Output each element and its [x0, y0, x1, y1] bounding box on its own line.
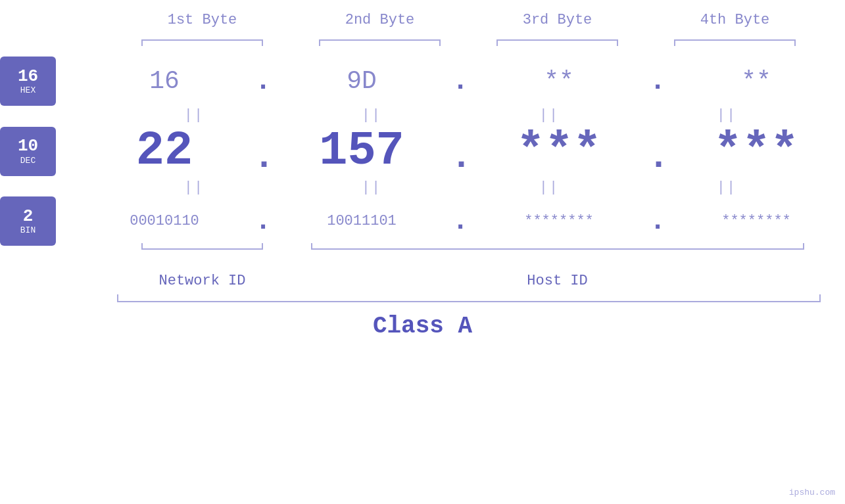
- bottom-bracket-host: [291, 248, 824, 259]
- equals1-b1: ||: [105, 107, 283, 124]
- watermark: ipshu.com: [789, 488, 835, 497]
- bracket-byte2: [291, 35, 469, 45]
- equals2-b3: ||: [460, 179, 638, 196]
- hex-byte4-cell: **: [667, 67, 845, 95]
- byte2-header: 2nd Byte: [291, 12, 469, 28]
- byte-headers: 1st Byte 2nd Byte 3rd Byte 4th Byte: [0, 0, 845, 34]
- dec-byte1-value: 22: [76, 124, 253, 178]
- dec-dot3: .: [648, 137, 667, 178]
- bin-byte4-value: ********: [667, 213, 845, 229]
- bin-dot3: .: [648, 206, 667, 237]
- class-label-row: Class A: [0, 313, 845, 340]
- network-id-label: Network ID: [114, 273, 291, 289]
- bottom-bracket-net: [114, 248, 291, 259]
- bin-byte1-cell: 00010110: [76, 213, 253, 229]
- hex-badge-type: HEX: [20, 85, 36, 95]
- bin-dot1: .: [253, 206, 273, 237]
- main-container: 1st Byte 2nd Byte 3rd Byte 4th Byte 16 H…: [0, 0, 845, 504]
- dec-badge-type: DEC: [20, 156, 36, 166]
- bin-dot2: .: [450, 206, 470, 237]
- hex-badge: 16 HEX: [0, 57, 56, 106]
- equals-row-1: || || || ||: [0, 106, 845, 124]
- bin-byte1-value: 00010110: [76, 213, 253, 229]
- bracket-byte3: [469, 35, 646, 45]
- byte1-header: 1st Byte: [114, 12, 291, 28]
- dec-byte4-cell: ***: [667, 124, 845, 178]
- bin-badge: 2 BIN: [0, 196, 56, 246]
- labels-row: Network ID Host ID: [0, 266, 845, 296]
- class-label: Class A: [373, 313, 472, 340]
- dec-byte2-value: 157: [273, 124, 450, 178]
- dec-byte3-value: ***: [470, 124, 648, 178]
- hex-badge-num: 16: [18, 67, 38, 86]
- equals1-b4: ||: [638, 107, 815, 124]
- hex-row: 16 HEX 16 . 9D . ** . **: [0, 57, 845, 106]
- dec-dot2: .: [450, 137, 470, 178]
- dec-badge-num: 10: [18, 137, 38, 156]
- host-id-label: Host ID: [291, 273, 824, 289]
- bottom-bracket-row: [0, 248, 845, 265]
- byte4-header: 4th Byte: [646, 12, 824, 28]
- dec-badge: 10 DEC: [0, 127, 56, 176]
- equals2-b1: ||: [105, 179, 283, 196]
- hex-byte2-value: 9D: [273, 67, 450, 95]
- bin-badge-type: BIN: [20, 225, 36, 235]
- byte3-header: 3rd Byte: [469, 12, 646, 28]
- dec-byte4-value: ***: [667, 124, 845, 178]
- dec-row: 10 DEC 22 . 157 . *** . ***: [0, 124, 845, 178]
- equals2-b4: ||: [638, 179, 815, 196]
- hex-dot3: .: [648, 66, 667, 97]
- hex-dot2: .: [450, 66, 470, 97]
- hex-dot1: .: [253, 66, 273, 97]
- top-bracket-row: [0, 34, 845, 47]
- bin-byte2-value: 10011101: [273, 213, 450, 229]
- bin-byte3-value: ********: [470, 213, 648, 229]
- equals2-b2: ||: [283, 179, 460, 196]
- dec-byte1-cell: 22: [76, 124, 253, 178]
- bin-byte2-cell: 10011101: [273, 213, 450, 229]
- bin-byte4-cell: ********: [667, 213, 845, 229]
- equals-row-2: || || || ||: [0, 178, 845, 196]
- equals1-b2: ||: [283, 107, 460, 124]
- equals1-b3: ||: [460, 107, 638, 124]
- class-bracket-row: [0, 296, 845, 308]
- hex-byte4-value: **: [667, 67, 845, 95]
- hex-byte1-cell: 16: [76, 67, 253, 95]
- bin-byte3-cell: ********: [470, 213, 648, 229]
- class-bracket-line: [117, 301, 821, 302]
- dec-byte2-cell: 157: [273, 124, 450, 178]
- hex-byte3-value: **: [470, 67, 648, 95]
- dec-byte3-cell: ***: [470, 124, 648, 178]
- bin-badge-num: 2: [23, 207, 34, 226]
- bracket-byte1: [114, 35, 291, 45]
- bin-row: 2 BIN 00010110 . 10011101 . ******** . *…: [0, 196, 845, 246]
- dec-dot1: .: [253, 137, 273, 178]
- hex-byte2-cell: 9D: [273, 67, 450, 95]
- hex-byte3-cell: **: [470, 67, 648, 95]
- bracket-byte4: [646, 35, 824, 45]
- hex-byte1-value: 16: [76, 67, 253, 95]
